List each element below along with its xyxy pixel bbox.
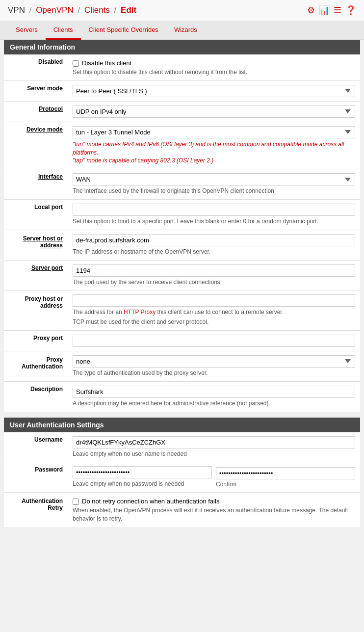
label-proxy-port: Proxy port [4,330,68,351]
label-password: Password [4,462,68,493]
help-disabled: Set this option to disable this client w… [73,68,355,77]
value-auth-retry: Do not retry connection when authenticat… [68,493,360,527]
label-username: Username [4,432,68,462]
label-disabled: Disabled [4,54,68,80]
field-proxy-port: Proxy port [4,330,360,351]
help-server-port: The port used by the server to receive c… [73,278,355,287]
value-description: A description may be entered here for ad… [68,381,360,411]
value-device-mode: tun - Layer 3 Tunnel Mode tap - Layer 2 … [68,122,360,169]
breadcrumb: VPN / OpenVPN / Clients / Edit [8,5,136,15]
field-proxy-auth: ProxyAuthentication none basic ntlm The … [4,351,360,381]
value-password: Leave empty when no password is needed C… [68,462,360,493]
chart-icon[interactable]: 📊 [319,5,330,16]
field-protocol: Protocol UDP on IPv4 only UDP on IPv6 on… [4,101,360,122]
select-interface[interactable]: WAN LAN any [73,173,355,185]
tab-servers[interactable]: Servers [8,21,46,40]
field-description: Description A description may be entered… [4,381,360,411]
field-disabled: Disabled Disable this client Set this op… [4,54,360,80]
help-description: A description may be entered here for ad… [73,399,355,408]
help-password: Leave empty when no password is needed [73,480,212,488]
field-auth-retry: AuthenticationRetry Do not retry connect… [4,493,360,527]
top-header: VPN / OpenVPN / Clients / Edit ⚙ 📊 ☰ ❓ [0,0,364,21]
value-server-host: The IP address or hostname of the OpenVP… [68,230,360,260]
checkbox-disabled[interactable] [73,60,79,67]
input-local-port[interactable] [73,204,355,216]
value-protocol: UDP on IPv4 only UDP on IPv6 only TCP on… [68,101,360,122]
main-content: General Information Disabled Disable thi… [0,40,364,535]
nav-tabs: Servers Clients Client Specific Override… [0,21,364,40]
input-server-host[interactable] [73,234,355,246]
value-interface: WAN LAN any The interface used by the fi… [68,169,360,200]
select-protocol[interactable]: UDP on IPv4 only UDP on IPv6 only TCP on… [73,105,355,118]
tab-wizards[interactable]: Wizards [166,21,205,40]
breadcrumb-sep-3: / [114,5,119,15]
select-server-mode[interactable]: Peer to Peer ( SSL/TLS ) Peer to Peer ( … [73,85,355,97]
checkbox-disabled-label: Disable this client [82,59,131,67]
breadcrumb-openvpn[interactable]: OpenVPN [36,5,74,15]
help-device-mode-2: "tap" mode is capable of carrying 802.3 … [73,157,355,165]
user-auth-form-table: Username Leave empty when no user name i… [4,432,360,527]
breadcrumb-sep-1: / [29,5,34,15]
field-local-port: Local port Set this option to bind to a … [4,199,360,230]
breadcrumb-edit: Edit [121,5,136,15]
tab-clients[interactable]: Clients [46,21,81,40]
field-password: Password Leave empty when no password is… [4,462,360,493]
help-local-port: Set this option to bind to a specific po… [73,217,355,226]
password-col-2: Confirm [216,467,355,488]
label-server-host: Server host oraddress [4,230,68,260]
general-form-table: Disabled Disable this client Set this op… [4,54,360,412]
value-server-port: The port used by the server to receive c… [68,260,360,290]
input-proxy-host[interactable] [73,294,355,307]
breadcrumb-vpn[interactable]: VPN [8,5,25,15]
value-disabled: Disable this client Set this option to d… [68,54,360,80]
value-server-mode: Peer to Peer ( SSL/TLS ) Peer to Peer ( … [68,80,360,101]
label-server-mode: Server mode [4,80,68,101]
help-auth-retry: When enabled, the OpenVPN process will e… [73,506,355,523]
select-proxy-auth[interactable]: none basic ntlm [73,355,355,368]
help-proxy-auth: The type of authentication used by the p… [73,369,355,377]
http-proxy-link: HTTP Proxy [124,309,156,316]
field-username: Username Leave empty when no user name i… [4,432,360,462]
value-local-port: Set this option to bind to a specific po… [68,199,360,230]
label-interface: Interface [4,169,68,200]
checkbox-auth-retry-label: Do not retry connection when authenticat… [82,498,219,505]
field-server-host: Server host oraddress The IP address or … [4,230,360,260]
label-device-mode: Device mode [4,122,68,169]
help-proxy-host-2: TCP must be used for the client and serv… [73,318,355,326]
help-interface: The interface used by the firewall to or… [73,187,355,195]
input-password-confirm[interactable] [216,467,355,479]
label-protocol: Protocol [4,101,68,122]
breadcrumb-clients[interactable]: Clients [84,5,110,15]
input-proxy-port[interactable] [73,335,355,347]
tab-client-specific-overrides[interactable]: Client Specific Overrides [81,21,166,40]
help-username: Leave empty when no user name is needed [73,450,355,458]
header-icons: ⚙ 📊 ☰ ❓ [307,5,356,16]
help-device-mode-1: "tun" mode carries IPv4 and IPv6 (OSI la… [73,140,355,157]
input-password[interactable] [73,466,212,478]
section-general-header: General Information [4,40,360,54]
input-server-port[interactable] [73,264,355,277]
checkbox-auth-retry-row: Do not retry connection when authenticat… [73,497,355,505]
select-device-mode[interactable]: tun - Layer 3 Tunnel Mode tap - Layer 2 … [73,126,355,138]
password-row: Leave empty when no password is needed C… [73,466,355,488]
value-proxy-host: The address for an HTTP Proxy this clien… [68,290,360,331]
input-description[interactable] [73,386,355,398]
list-icon[interactable]: ☰ [334,5,341,16]
breadcrumb-sep-2: / [78,5,82,15]
field-proxy-host: Proxy host oraddress The address for an … [4,290,360,331]
label-proxy-auth: ProxyAuthentication [4,351,68,381]
label-server-port: Server port [4,260,68,290]
sliders-icon[interactable]: ⚙ [307,5,315,16]
checkbox-auth-retry[interactable] [73,499,79,505]
value-proxy-port [68,330,360,351]
label-auth-retry: AuthenticationRetry [4,493,68,527]
label-proxy-host: Proxy host oraddress [4,290,68,331]
help-icon[interactable]: ❓ [345,5,356,16]
field-server-port: Server port The port used by the server … [4,260,360,290]
field-device-mode: Device mode tun - Layer 3 Tunnel Mode ta… [4,122,360,169]
label-local-port: Local port [4,199,68,230]
password-confirm-label: Confirm [216,479,355,488]
value-username: Leave empty when no user name is needed [68,432,360,462]
help-proxy-host-1: The address for an HTTP Proxy this clien… [73,308,355,316]
input-username[interactable] [73,436,355,448]
